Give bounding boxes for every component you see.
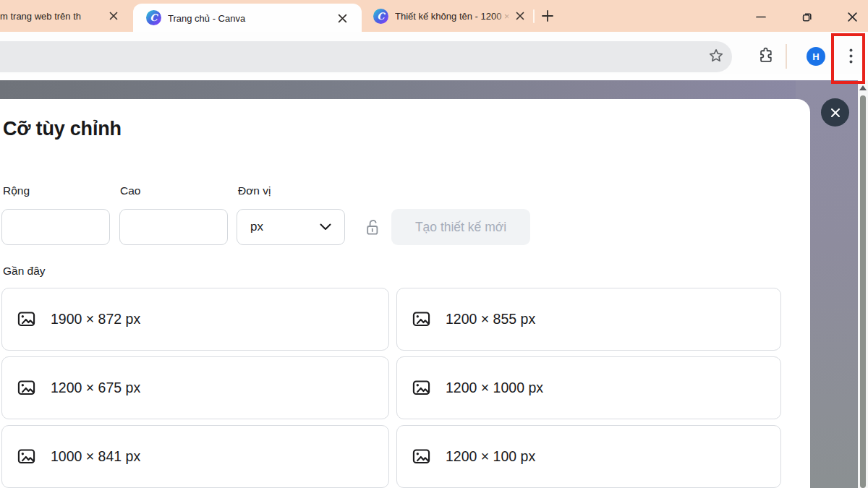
tab-1-title: m trang web trên th — [0, 11, 81, 22]
recent-size-card[interactable]: 1900 × 872 px — [1, 288, 389, 351]
browser-toolbar: H — [0, 32, 868, 74]
window-close-button[interactable] — [844, 9, 860, 25]
window-minimize-button[interactable] — [753, 9, 769, 25]
new-tab-button[interactable] — [540, 8, 556, 24]
recent-size-card[interactable]: 1000 × 841 px — [1, 425, 389, 488]
size-card-label: 1200 × 1000 px — [446, 380, 543, 396]
canva-favicon: C — [146, 10, 161, 25]
scrollbar-up-arrow-icon[interactable] — [859, 85, 867, 90]
unit-select[interactable]: px — [237, 209, 345, 245]
recent-size-card[interactable]: 868 × 488 px — [1, 356, 389, 419]
width-label: Rộng — [3, 184, 30, 197]
extensions-puzzle-icon[interactable] — [757, 46, 775, 64]
recent-size-card[interactable]: 1200 × 1000 px — [396, 356, 781, 419]
unlocked-lock-icon[interactable] — [364, 216, 381, 239]
recent-size-card[interactable]: 1200 × 855 px — [396, 288, 781, 351]
tab-2-close-icon[interactable] — [336, 12, 349, 25]
tab-2-title: Trang chủ - Canva — [168, 13, 320, 24]
tab-1[interactable]: m trang web trên th — [0, 11, 97, 22]
size-card-label: 1200 × 855 px — [446, 311, 535, 328]
tab-3-close-icon[interactable] — [514, 9, 527, 22]
recent-size-card[interactable]: 1200 × 100 px — [396, 425, 781, 488]
height-input[interactable] — [119, 209, 228, 245]
image-icon — [17, 447, 36, 466]
image-icon — [412, 447, 431, 466]
tab-divider — [533, 9, 535, 23]
create-design-button[interactable]: Tạo thiết kế mới — [391, 209, 530, 245]
image-icon — [17, 309, 36, 329]
address-bar[interactable] — [0, 41, 732, 72]
height-label: Cao — [120, 184, 140, 197]
dimmed-page-header — [0, 80, 799, 100]
highlight-red-box — [831, 33, 865, 84]
window-restore-button[interactable] — [799, 9, 815, 25]
size-card-label: 868 × 488 px — [51, 380, 140, 396]
profile-avatar[interactable]: H — [807, 47, 825, 66]
unit-label: Đơn vị — [238, 184, 271, 197]
scrollbar-thumb[interactable] — [860, 95, 866, 488]
tab-2-active[interactable]: C Trang chủ - Canva — [133, 4, 362, 32]
size-card-label: 1900 × 872 px — [51, 311, 140, 328]
dialog-close-button[interactable] — [821, 98, 849, 127]
image-icon — [412, 309, 431, 329]
size-card-label: 1000 × 841 px — [51, 448, 140, 465]
width-input[interactable] — [1, 209, 110, 245]
recent-label: Gần đây — [3, 265, 46, 278]
toolbar-divider — [786, 44, 787, 69]
chevron-down-icon — [320, 223, 331, 231]
tab-title-fade — [78, 11, 97, 22]
image-icon — [17, 378, 36, 398]
image-icon — [412, 378, 431, 398]
browser-tab-strip: m trang web trên th C Trang chủ - Canva … — [0, 0, 868, 32]
tab-1-close-icon[interactable] — [107, 9, 120, 22]
canva-favicon: C — [373, 9, 388, 24]
dialog-title: Cỡ tùy chỉnh — [3, 118, 122, 140]
page-scrollbar[interactable] — [858, 80, 868, 488]
bookmark-star-icon[interactable] — [707, 47, 725, 64]
unit-select-value: px — [250, 220, 263, 234]
tab-title-fade — [493, 11, 512, 22]
size-card-label: 1200 × 100 px — [446, 448, 535, 465]
tab-3[interactable]: Thiết kế không tên - 868 × 488 — [395, 11, 512, 22]
